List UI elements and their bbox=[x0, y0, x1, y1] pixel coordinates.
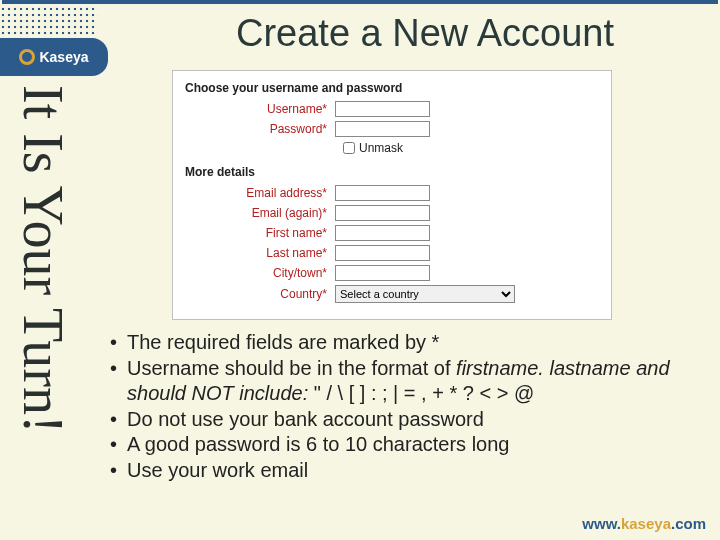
list-item: A good password is 6 to 10 characters lo… bbox=[110, 432, 690, 458]
section-credentials-title: Choose your username and password bbox=[185, 81, 599, 95]
unmask-row: Unmask bbox=[343, 141, 599, 155]
brand-dots-decoration bbox=[0, 6, 98, 38]
bullet-text: Username should be in the format of firs… bbox=[127, 356, 690, 407]
row-email-confirm: Email (again)* bbox=[185, 205, 599, 221]
page-title: Create a New Account bbox=[150, 12, 700, 55]
row-lastname: Last name* bbox=[185, 245, 599, 261]
brand-ring-icon bbox=[19, 49, 35, 65]
sidebar-callout: It Is Your Turn! bbox=[15, 85, 71, 434]
list-item: Use your work email bbox=[110, 458, 690, 484]
firstname-label: First name* bbox=[185, 226, 335, 240]
unmask-label: Unmask bbox=[359, 141, 403, 155]
account-form-panel: Choose your username and password Userna… bbox=[172, 70, 612, 320]
bullet-text: Use your work email bbox=[127, 458, 308, 484]
email-field[interactable] bbox=[335, 185, 430, 201]
instructions-list: The required fields are marked by * User… bbox=[110, 330, 690, 484]
password-field[interactable] bbox=[335, 121, 430, 137]
lastname-label: Last name* bbox=[185, 246, 335, 260]
bullet-text: Do not use your bank account password bbox=[127, 407, 484, 433]
email-label: Email address* bbox=[185, 186, 335, 200]
row-country: Country* Select a country bbox=[185, 285, 599, 303]
email-confirm-field[interactable] bbox=[335, 205, 430, 221]
unmask-checkbox[interactable] bbox=[343, 142, 355, 154]
list-item: Username should be in the format of firs… bbox=[110, 356, 690, 407]
row-firstname: First name* bbox=[185, 225, 599, 241]
list-item: Do not use your bank account password bbox=[110, 407, 690, 433]
username-label: Username* bbox=[185, 102, 335, 116]
row-password: Password* bbox=[185, 121, 599, 137]
city-field[interactable] bbox=[335, 265, 430, 281]
list-item: The required fields are marked by * bbox=[110, 330, 690, 356]
firstname-field[interactable] bbox=[335, 225, 430, 241]
bullet-text: The required fields are marked by * bbox=[127, 330, 439, 356]
row-username: Username* bbox=[185, 101, 599, 117]
bullet-text: A good password is 6 to 10 characters lo… bbox=[127, 432, 509, 458]
username-field[interactable] bbox=[335, 101, 430, 117]
brand-logo: Kaseya bbox=[0, 38, 108, 76]
section-details-title: More details bbox=[185, 165, 599, 179]
lastname-field[interactable] bbox=[335, 245, 430, 261]
row-email: Email address* bbox=[185, 185, 599, 201]
country-label: Country* bbox=[185, 287, 335, 301]
row-city: City/town* bbox=[185, 265, 599, 281]
password-label: Password* bbox=[185, 122, 335, 136]
city-label: City/town* bbox=[185, 266, 335, 280]
footer-url: www.kaseya.com bbox=[582, 515, 706, 532]
country-select[interactable]: Select a country bbox=[335, 285, 515, 303]
email-confirm-label: Email (again)* bbox=[185, 206, 335, 220]
brand-name: Kaseya bbox=[39, 49, 88, 65]
